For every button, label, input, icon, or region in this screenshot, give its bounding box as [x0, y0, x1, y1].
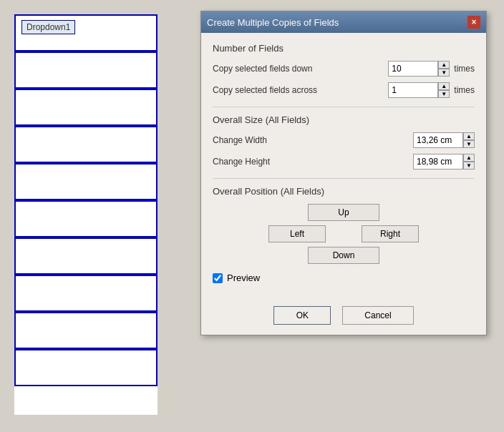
- copy-across-times: times: [454, 85, 475, 95]
- ok-button[interactable]: OK: [273, 306, 331, 325]
- preview-checkbox[interactable]: [213, 273, 223, 283]
- copy-down-row: Copy selected fields down ▲ ▼ times: [213, 61, 475, 77]
- overall-position-label: Overall Position (All Fields): [213, 186, 475, 197]
- change-width-row: Change Width ▲ ▼: [213, 132, 475, 148]
- form-field-1[interactable]: Dropdown1: [14, 14, 158, 51]
- copy-across-row: Copy selected fields across ▲ ▼ times: [213, 82, 475, 98]
- copy-down-down-btn[interactable]: ▼: [438, 69, 450, 77]
- form-field-3[interactable]: [14, 89, 158, 126]
- form-field-2[interactable]: [14, 51, 158, 89]
- change-width-input[interactable]: [413, 132, 463, 148]
- form-field-9[interactable]: [14, 312, 158, 349]
- number-of-fields-label: Number of Fields: [213, 43, 475, 54]
- copy-across-spinner: ▲ ▼: [388, 82, 450, 98]
- right-button[interactable]: Right: [362, 225, 419, 242]
- cancel-button[interactable]: Cancel: [342, 306, 413, 325]
- up-button[interactable]: Up: [308, 204, 379, 221]
- form-field-7[interactable]: [14, 237, 158, 275]
- form-design-area: Dropdown1: [14, 14, 158, 415]
- copy-down-times: times: [454, 64, 475, 74]
- change-height-label: Change Height: [213, 157, 413, 167]
- dialog-titlebar: Create Multiple Copies of Fields ×: [201, 11, 486, 33]
- copy-across-down-btn[interactable]: ▼: [438, 90, 450, 98]
- copy-across-label: Copy selected fields across: [213, 85, 388, 95]
- preview-label[interactable]: Preview: [227, 273, 260, 283]
- dialog-body: Number of Fields Copy selected fields do…: [201, 33, 486, 300]
- copy-across-input[interactable]: [388, 82, 438, 98]
- left-button[interactable]: Left: [268, 225, 326, 242]
- create-copies-dialog: Create Multiple Copies of Fields × Numbe…: [200, 11, 487, 335]
- copy-across-spinner-buttons: ▲ ▼: [438, 82, 450, 98]
- copy-down-up-btn[interactable]: ▲: [438, 61, 450, 69]
- change-height-spinner: ▲ ▼: [413, 154, 475, 170]
- form-field-5[interactable]: [14, 163, 158, 200]
- copy-down-spinner-buttons: ▲ ▼: [438, 61, 450, 77]
- change-height-input[interactable]: [413, 154, 463, 170]
- number-of-fields-section: Number of Fields Copy selected fields do…: [213, 43, 475, 98]
- copy-down-label: Copy selected fields down: [213, 64, 388, 74]
- change-width-spinner-buttons: ▲ ▼: [463, 132, 475, 148]
- copy-across-up-btn[interactable]: ▲: [438, 82, 450, 90]
- change-height-up-btn[interactable]: ▲: [463, 154, 475, 162]
- down-button[interactable]: Down: [308, 247, 379, 264]
- change-height-row: Change Height ▲ ▼: [213, 154, 475, 170]
- change-height-down-btn[interactable]: ▼: [463, 162, 475, 170]
- dialog-footer: OK Cancel: [201, 300, 486, 335]
- copy-down-input[interactable]: [388, 61, 438, 77]
- close-button[interactable]: ×: [467, 16, 480, 29]
- left-right-row: Left Right: [268, 225, 419, 242]
- form-field-4[interactable]: [14, 126, 158, 163]
- overall-size-section: Overall Size (All Fields) Change Width ▲…: [213, 114, 475, 170]
- position-buttons-group: Up Left Right Down: [213, 204, 475, 264]
- change-height-spinner-buttons: ▲ ▼: [463, 154, 475, 170]
- change-width-up-btn[interactable]: ▲: [463, 132, 475, 140]
- change-width-spinner: ▲ ▼: [413, 132, 475, 148]
- form-field-8[interactable]: [14, 275, 158, 312]
- preview-row: Preview: [213, 273, 475, 283]
- overall-size-label: Overall Size (All Fields): [213, 114, 475, 125]
- dialog-title: Create Multiple Copies of Fields: [207, 17, 339, 28]
- copy-down-spinner: ▲ ▼: [388, 61, 450, 77]
- overall-position-section: Overall Position (All Fields) Up Left Ri…: [213, 186, 475, 264]
- change-width-down-btn[interactable]: ▼: [463, 140, 475, 148]
- dropdown-label: Dropdown1: [21, 20, 75, 34]
- change-width-label: Change Width: [213, 135, 413, 145]
- form-field-6[interactable]: [14, 200, 158, 237]
- form-field-10[interactable]: [14, 349, 158, 386]
